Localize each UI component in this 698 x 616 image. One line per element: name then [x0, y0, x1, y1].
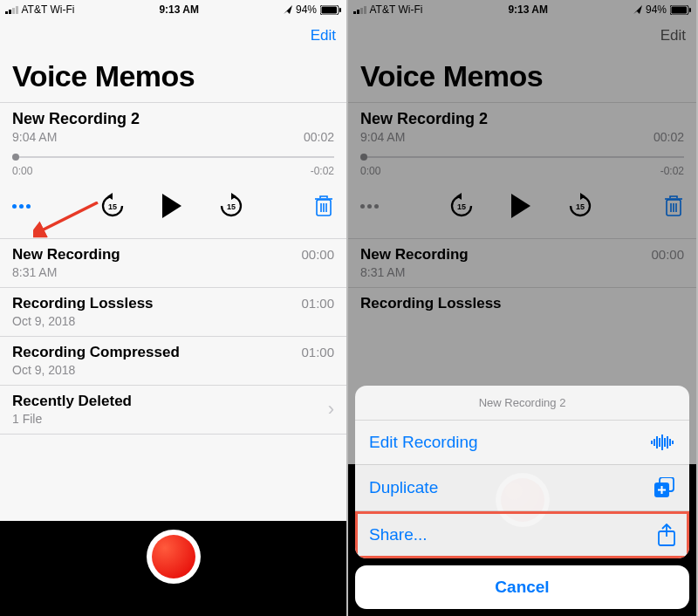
scrubber[interactable] [12, 156, 334, 160]
status-left: AT&T Wi-Fi [5, 3, 74, 16]
recording-duration: 00:00 [301, 247, 334, 262]
svg-rect-31 [659, 438, 660, 447]
recording-name: Recording Compressed [12, 344, 180, 361]
edit-recording-label: Edit Recording [369, 433, 478, 452]
share-label: Share... [369, 525, 428, 544]
svg-rect-32 [661, 435, 663, 450]
share-action[interactable]: Share... [355, 511, 689, 558]
svg-rect-36 [672, 441, 674, 444]
status-bar: AT&T Wi-Fi 9:13 AM 94% [0, 0, 346, 19]
recording-duration: 01:00 [301, 296, 334, 311]
edit-button[interactable]: Edit [311, 27, 336, 44]
scrub-end: -0:02 [311, 165, 334, 177]
recently-deleted-title: Recently Deleted [12, 393, 132, 410]
carrier-label: AT&T Wi-Fi [22, 3, 75, 16]
list-item[interactable]: Recording Lossless 01:00 Oct 9, 2018 [0, 288, 346, 336]
recording-subtitle: Oct 9, 2018 [12, 363, 334, 377]
trash-icon[interactable] [313, 194, 334, 218]
action-sheet-group: New Recording 2 Edit Recording Duplicate [355, 386, 689, 558]
recently-deleted-sub: 1 File [12, 412, 132, 426]
battery-label: 94% [296, 3, 317, 16]
svg-rect-28 [651, 441, 653, 444]
recording-name: Recording Lossless [12, 295, 154, 312]
location-icon [284, 5, 292, 14]
svg-rect-33 [664, 438, 666, 447]
svg-marker-0 [284, 5, 292, 14]
screenshot-left: AT&T Wi-Fi 9:13 AM 94% Edit Voice Memos … [0, 0, 348, 616]
battery-icon [320, 5, 341, 15]
svg-text:15: 15 [227, 202, 236, 211]
recently-deleted-row[interactable]: Recently Deleted 1 File › [0, 386, 346, 434]
chevron-right-icon: › [328, 398, 334, 421]
svg-line-14 [38, 202, 98, 232]
svg-marker-6 [231, 193, 236, 200]
scrub-start: 0:00 [12, 165, 32, 177]
status-time: 9:13 AM [159, 3, 199, 16]
expanded-name: New Recording 2 [12, 110, 140, 128]
duplicate-label: Duplicate [369, 478, 438, 497]
signal-icon [5, 5, 18, 14]
screenshot-right: AT&T Wi-Fi 9:13 AM 94% Edit Voice Memos … [348, 0, 696, 616]
svg-text:15: 15 [108, 202, 117, 211]
expanded-duration: 00:02 [304, 130, 334, 144]
forward-15-icon[interactable]: 15 [218, 193, 244, 219]
expanded-recording[interactable]: New Recording 2 9:04 AM 00:02 0:00 -0:02 [0, 103, 346, 177]
play-button[interactable] [162, 194, 181, 218]
svg-rect-3 [339, 8, 341, 12]
record-button[interactable] [147, 530, 201, 584]
svg-rect-34 [667, 436, 668, 448]
duplicate-action[interactable]: Duplicate [355, 465, 689, 510]
more-options-button[interactable] [12, 204, 31, 209]
list-item[interactable]: Recording Compressed 01:00 Oct 9, 2018 [0, 337, 346, 385]
recording-name: New Recording [12, 246, 120, 264]
svg-rect-35 [669, 439, 671, 446]
nav-bar: Edit [0, 19, 346, 52]
rewind-15-icon[interactable]: 15 [99, 193, 126, 219]
recording-subtitle: 8:31 AM [12, 265, 334, 279]
svg-rect-29 [654, 439, 655, 446]
annotation-arrow [33, 202, 103, 238]
list-item[interactable]: New Recording 00:00 8:31 AM [0, 239, 346, 287]
svg-rect-30 [656, 436, 658, 448]
record-bar [0, 521, 346, 616]
page-title: Voice Memos [0, 52, 346, 102]
share-icon [658, 524, 675, 546]
status-right: 94% [284, 3, 341, 16]
cancel-action[interactable]: Cancel [355, 565, 689, 609]
waveform-icon [651, 435, 675, 450]
svg-marker-4 [107, 193, 113, 200]
action-sheet: New Recording 2 Edit Recording Duplicate [355, 386, 689, 609]
svg-rect-2 [322, 6, 338, 13]
playback-controls: 15 15 [0, 177, 346, 238]
edit-recording-action[interactable]: Edit Recording [355, 421, 689, 464]
recording-duration: 01:00 [301, 345, 334, 359]
recording-subtitle: Oct 9, 2018 [12, 314, 334, 328]
action-sheet-title: New Recording 2 [355, 386, 689, 420]
expanded-time: 9:04 AM [12, 130, 57, 144]
duplicate-icon [654, 477, 675, 498]
